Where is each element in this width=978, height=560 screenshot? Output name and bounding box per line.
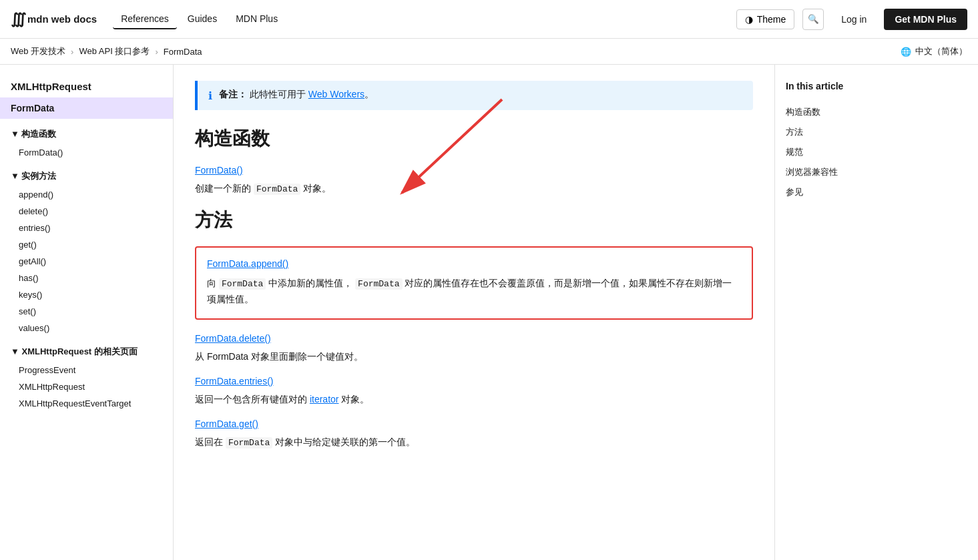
lang-label: 中文（简体） (915, 45, 967, 57)
sidebar-group-related: ▼ XMLHttpRequest 的相关页面 ProgressEvent XML… (0, 342, 173, 412)
entries-desc: 返回一个包含所有键值对的 iterator 对象。 (195, 392, 753, 408)
get-desc-part1: 返回在 (195, 437, 223, 447)
toc-item-constructor[interactable]: 构造函数 (786, 102, 911, 122)
breadcrumb: Web 开发技术 › Web API 接口参考 › FormData 🌐 中文（… (0, 39, 978, 65)
theme-icon: ◑ (745, 14, 753, 25)
get-desc: 返回在 FormData 对象中与给定键关联的第一个值。 (195, 435, 753, 451)
sidebar-active-item[interactable]: FormData (0, 97, 173, 119)
theme-label: Theme (757, 14, 786, 25)
sidebar-item-progressevent[interactable]: ProgressEvent (0, 362, 173, 378)
sidebar-group-constructor-label: ▼ 构造函数 (11, 128, 56, 140)
breadcrumb-sep-1: › (71, 47, 73, 57)
search-button[interactable]: 🔍 (802, 9, 824, 30)
constructor-desc: 创建一个新的 FormData 对象。 (195, 181, 753, 197)
breadcrumb-current: FormData (164, 47, 202, 57)
sidebar-item-get[interactable]: get() (0, 236, 173, 253)
sidebar-item-values[interactable]: values() (0, 320, 173, 336)
sidebar-item-keys[interactable]: keys() (0, 286, 173, 303)
section-methods-heading: 方法 (195, 208, 753, 233)
toc-item-compat[interactable]: 浏览器兼容性 (786, 162, 911, 182)
nav-links: References Guides MDN Plus (113, 9, 736, 29)
sidebar-item-append[interactable]: append() (0, 186, 173, 203)
notice-text: 备注： 此特性可用于 Web Workers。 (219, 89, 374, 101)
sidebar-item-getall[interactable]: getAll() (0, 253, 173, 270)
entries-desc-suffix: 对象。 (341, 394, 369, 404)
breadcrumb-sep-2: › (155, 47, 158, 57)
main-content: ℹ 备注： 此特性可用于 Web Workers。 构造函数 FormData(… (174, 65, 774, 560)
constructor-desc-suffix: 对象。 (303, 183, 331, 194)
append-code2: FormData (355, 278, 402, 290)
sidebar-item-has[interactable]: has() (0, 270, 173, 286)
iterator-link[interactable]: iterator (310, 394, 339, 404)
nav-guides[interactable]: Guides (180, 9, 225, 29)
logo-m-icon: ∭ (11, 11, 26, 28)
append-code1: FormData (219, 278, 266, 290)
formdata-delete-link[interactable]: FormData.delete() (195, 333, 271, 344)
logo-text: mdn web docs (27, 13, 97, 25)
web-workers-link[interactable]: Web Workers (308, 89, 364, 99)
theme-button[interactable]: ◑ Theme (736, 9, 795, 29)
notice-box: ℹ 备注： 此特性可用于 Web Workers。 (195, 81, 753, 110)
notice-label: 备注： (219, 89, 247, 99)
constructor-code: FormData (254, 184, 300, 195)
toc-item-methods[interactable]: 方法 (786, 122, 911, 142)
nav-references[interactable]: References (113, 9, 177, 29)
append-desc-part2: 中添加新的属性值， (268, 278, 352, 288)
nav-mdn-plus[interactable]: MDN Plus (228, 9, 286, 29)
get-mdn-plus-button[interactable]: Get MDN Plus (884, 9, 967, 30)
sidebar-section-title: XMLHttpRequest (0, 75, 173, 97)
sidebar-group-methods-label: ▼ 实例方法 (11, 170, 56, 182)
constructor-desc-part1: 创建一个新的 (195, 183, 251, 194)
formdata-append-link[interactable]: FormData.append() (207, 258, 741, 269)
delete-desc: 从 FormData 对象里面删除一个键值对。 (195, 349, 753, 365)
top-navigation: ∭ mdn web docs References Guides MDN Plu… (0, 0, 978, 39)
login-button[interactable]: Log in (832, 10, 876, 29)
sidebar-group-methods-title[interactable]: ▼ 实例方法 (0, 166, 173, 186)
sidebar-item-entries[interactable]: entries() (0, 220, 173, 236)
sidebar-item-formdata-constructor[interactable]: FormData() (0, 144, 173, 161)
get-desc-suffix: 对象中与给定键关联的第一个值。 (275, 437, 415, 447)
sidebar-group-related-label: ▼ XMLHttpRequest 的相关页面 (11, 346, 138, 358)
sidebar-item-delete[interactable]: delete() (0, 203, 173, 220)
right-toc: In this article 构造函数 方法 规范 浏览器兼容性 参见 (774, 65, 921, 560)
info-icon: ℹ (208, 89, 212, 102)
formdata-entries-link[interactable]: FormData.entries() (195, 376, 273, 386)
main-layout: XMLHttpRequest FormData ▼ 构造函数 FormData(… (0, 65, 978, 560)
toc-item-see-also[interactable]: 参见 (786, 182, 911, 202)
get-code: FormData (226, 437, 272, 449)
append-desc: 向 FormData 中添加新的属性值， FormData 对应的属性值存在也不… (207, 276, 741, 308)
language-selector[interactable]: 🌐 中文（简体） (901, 45, 967, 57)
nav-right: ◑ Theme 🔍 Log in Get MDN Plus (736, 9, 967, 30)
sidebar-group-methods: ▼ 实例方法 append() delete() entries() get()… (0, 166, 173, 336)
sidebar-group-constructor-title[interactable]: ▼ 构造函数 (0, 124, 173, 144)
globe-icon: 🌐 (901, 47, 911, 57)
sidebar-group-constructor: ▼ 构造函数 FormData() (0, 124, 173, 161)
section-constructor-heading: 构造函数 (195, 126, 753, 152)
entries-desc-part1: 返回一个包含所有键值对的 (195, 394, 307, 404)
left-sidebar: XMLHttpRequest FormData ▼ 构造函数 FormData(… (0, 65, 174, 560)
sidebar-group-related-title[interactable]: ▼ XMLHttpRequest 的相关页面 (0, 342, 173, 362)
breadcrumb-web-api[interactable]: Web API 接口参考 (79, 45, 150, 57)
sidebar-item-set[interactable]: set() (0, 303, 173, 320)
formdata-get-link[interactable]: FormData.get() (195, 418, 258, 429)
toc-item-spec[interactable]: 规范 (786, 142, 911, 162)
sidebar-item-xmlhttprequest[interactable]: XMLHttpRequest (0, 378, 173, 395)
logo[interactable]: ∭ mdn web docs (11, 11, 97, 28)
append-desc-part1: 向 (207, 278, 216, 288)
search-icon: 🔍 (808, 14, 819, 24)
toc-title: In this article (786, 81, 911, 91)
formdata-constructor-link[interactable]: FormData() (195, 165, 243, 176)
breadcrumb-web-dev[interactable]: Web 开发技术 (11, 45, 65, 57)
sidebar-item-xmlhttprequesteventtarget[interactable]: XMLHttpRequestEventTarget (0, 395, 173, 412)
highlight-box-append: FormData.append() 向 FormData 中添加新的属性值， F… (195, 246, 753, 320)
